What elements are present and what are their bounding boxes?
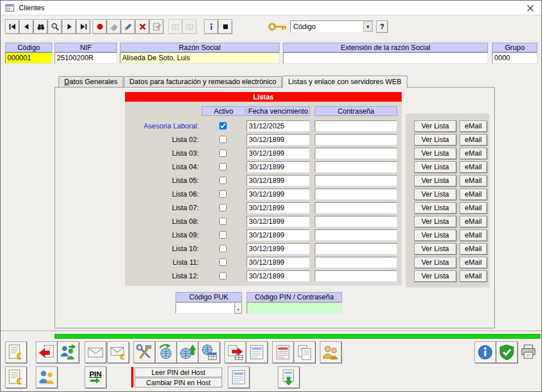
lista-activo-checkbox[interactable] (219, 122, 227, 130)
email-button[interactable]: eMail (460, 216, 487, 227)
ver-lista-button[interactable]: Ver Lista (414, 216, 456, 227)
users-transfer-button[interactable] (57, 341, 79, 363)
send-email-button[interactable] (85, 341, 106, 363)
lista-contrasena-input[interactable] (315, 216, 397, 227)
email-button[interactable]: eMail (460, 134, 487, 145)
email-button[interactable]: eMail (460, 230, 487, 241)
lista-fecha-input[interactable] (247, 148, 310, 159)
lista-fecha-input[interactable] (247, 243, 310, 255)
notes-button[interactable] (149, 19, 164, 34)
ver-lista-button[interactable]: Ver Lista (414, 202, 456, 214)
zoom-button[interactable] (48, 19, 62, 34)
email-button[interactable]: eMail (460, 161, 487, 173)
help-button[interactable]: ? (376, 20, 388, 33)
lista-activo-checkbox[interactable] (219, 177, 227, 184)
codigo-pin-input[interactable] (247, 302, 342, 314)
lista-contrasena-input[interactable] (315, 202, 397, 214)
globe-sync-button[interactable] (155, 341, 177, 363)
lista-activo-checkbox[interactable] (219, 231, 227, 239)
lista-fecha-input[interactable] (247, 120, 310, 132)
lista-activo-checkbox[interactable] (219, 149, 227, 157)
lista-contrasena-input[interactable] (315, 257, 397, 268)
ver-lista-button[interactable]: Ver Lista (414, 120, 456, 132)
lista-contrasena-input[interactable] (315, 175, 397, 186)
puk-browse-button[interactable]: . (235, 302, 242, 314)
globe-data-button[interactable] (198, 341, 220, 363)
document-table-button[interactable] (246, 341, 268, 363)
email-button[interactable]: eMail (460, 257, 487, 268)
lista-fecha-input[interactable] (247, 161, 310, 173)
invoice-euro-button-2[interactable]: € (5, 366, 27, 388)
info-button[interactable] (204, 19, 218, 34)
codigo-input[interactable] (5, 52, 52, 64)
first-record-button[interactable] (5, 19, 19, 34)
lista-contrasena-input[interactable] (315, 120, 397, 132)
email-button[interactable]: eMail (460, 120, 487, 132)
globe-upload-button[interactable] (177, 341, 198, 363)
lista-activo-checkbox[interactable] (219, 204, 227, 211)
document-table-button-2[interactable] (228, 366, 249, 388)
previous-record-button[interactable] (19, 19, 34, 34)
extension-input[interactable] (283, 52, 488, 64)
tab-listas-servidores-web[interactable]: Listas y enlace con servidores WEB (282, 76, 407, 87)
print-button[interactable] (519, 343, 538, 362)
contacts-button[interactable] (320, 341, 341, 363)
document-download-button[interactable] (278, 366, 299, 388)
ver-lista-button[interactable]: Ver Lista (414, 270, 456, 282)
stop-button[interactable] (218, 19, 232, 34)
document-table-red-button[interactable] (272, 341, 294, 363)
last-record-button[interactable] (76, 19, 90, 34)
copy-documents-button[interactable] (294, 341, 315, 363)
lista-fecha-input[interactable] (247, 134, 310, 145)
lista-contrasena-input[interactable] (315, 148, 397, 159)
lista-fecha-input[interactable] (247, 189, 310, 200)
lista-activo-checkbox[interactable] (219, 163, 227, 170)
erase-button[interactable] (107, 19, 121, 34)
tools-button[interactable] (134, 341, 155, 363)
lista-contrasena-input[interactable] (315, 189, 397, 200)
ver-lista-button[interactable]: Ver Lista (414, 161, 456, 173)
leer-pin-host-button[interactable]: Leer PIN del Host (135, 368, 222, 377)
lista-fecha-input[interactable] (247, 216, 310, 227)
razon-social-input[interactable] (120, 52, 280, 64)
send-email-euro-button[interactable]: € (107, 341, 129, 363)
lista-fecha-input[interactable] (247, 230, 310, 241)
lista-contrasena-input[interactable] (315, 161, 397, 173)
lista-activo-checkbox[interactable] (219, 258, 227, 266)
close-button[interactable] (526, 3, 535, 12)
cambiar-pin-host-button[interactable]: Cambiar PIN en Host (135, 378, 222, 387)
export-document-button[interactable] (36, 341, 57, 363)
lista-activo-checkbox[interactable] (219, 272, 227, 280)
lista-contrasena-input[interactable] (315, 243, 397, 255)
lista-activo-checkbox[interactable] (219, 245, 227, 252)
ver-lista-button[interactable]: Ver Lista (414, 148, 456, 159)
lista-fecha-input[interactable] (247, 257, 310, 268)
invoice-euro-button[interactable]: € (5, 341, 27, 363)
lista-contrasena-input[interactable] (315, 270, 397, 282)
import-document-button[interactable] (224, 341, 246, 363)
lista-fecha-input[interactable] (247, 270, 310, 282)
tab-datos-generales[interactable]: Datos Generales (59, 76, 123, 87)
lista-contrasena-input[interactable] (315, 230, 397, 241)
ver-lista-button[interactable]: Ver Lista (414, 175, 456, 186)
chevron-down-icon[interactable]: ▼ (363, 22, 373, 32)
codigo-puk-input[interactable] (176, 302, 235, 314)
next-record-button[interactable] (62, 19, 76, 34)
email-button[interactable]: eMail (460, 243, 487, 255)
users-button[interactable] (36, 366, 57, 388)
grupo-input[interactable] (492, 52, 537, 64)
email-button[interactable]: eMail (460, 148, 487, 159)
lista-contrasena-input[interactable] (315, 134, 397, 145)
info-circle-button[interactable] (474, 341, 496, 363)
lista-fecha-input[interactable] (247, 175, 310, 186)
lista-activo-checkbox[interactable] (219, 218, 227, 225)
pin-button[interactable]: PIN (85, 366, 106, 388)
ver-lista-button[interactable]: Ver Lista (414, 189, 456, 200)
email-button[interactable]: eMail (460, 202, 487, 214)
ver-lista-button[interactable]: Ver Lista (414, 134, 456, 145)
email-button[interactable]: eMail (460, 270, 487, 282)
ver-lista-button[interactable]: Ver Lista (414, 257, 456, 268)
search-by-select[interactable]: Código ▼ (290, 20, 374, 33)
delete-button[interactable] (135, 19, 149, 34)
lista-activo-checkbox[interactable] (219, 190, 227, 198)
